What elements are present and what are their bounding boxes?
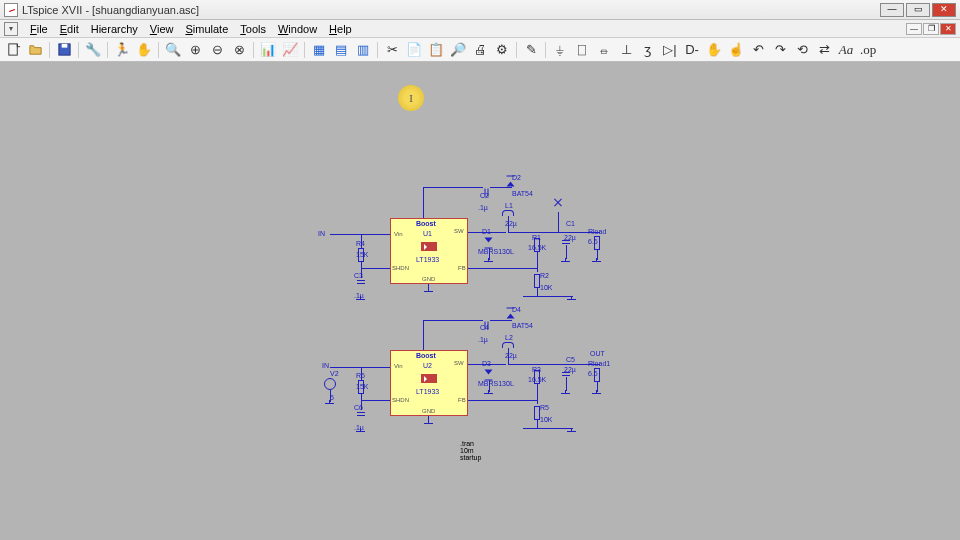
label-r3-value: 16.5K [528,376,546,383]
spice-directive-button[interactable]: .op [859,41,877,59]
draw-wire-button[interactable]: ✎ [522,41,540,59]
tile-windows-button[interactable]: ▦ [310,41,328,59]
pin-shdn: SHDN [392,397,409,403]
label-l2-value: 22µ [505,352,517,359]
redo-button[interactable]: ↷ [771,41,789,59]
ground-icon [567,296,577,304]
pan-button[interactable]: ⊕ [186,41,204,59]
menu-tools[interactable]: Tools [234,21,272,37]
copy-button[interactable]: 📄 [405,41,423,59]
component-button[interactable]: D- [683,41,701,59]
diode-d4[interactable] [507,314,515,319]
chip-u1-part: LT1933 [416,256,439,263]
net-label-in: IN [318,230,325,237]
cursor-highlight [398,85,424,111]
cut-button[interactable]: ✂ [383,41,401,59]
label-v2: V2 [330,370,339,377]
pin-gnd: GND [422,408,435,414]
label-l2: L2 [505,334,513,341]
ground-icon [592,390,602,398]
label-r2: R2 [540,272,549,279]
close-all-button[interactable]: ▥ [354,41,372,59]
text-button[interactable]: Aa [837,41,855,59]
diode-d3[interactable] [485,370,493,375]
paste-button[interactable]: 📋 [427,41,445,59]
label-c2-value: .1µ [478,204,488,211]
drag-button[interactable]: ☝ [727,41,745,59]
ground-icon [424,420,434,428]
menu-file[interactable]: File [24,21,54,37]
schematic-canvas[interactable]: IN R4 15K C3 .1µ Boost U1 LT1933 Vin SW … [0,62,960,540]
menu-help[interactable]: Help [323,21,358,37]
minimize-button[interactable]: — [880,3,904,17]
resistor-button[interactable]: ⏛ [595,41,613,59]
wire [490,320,512,321]
label-c4: C4 [480,324,489,331]
wire [423,187,483,188]
wire [428,416,429,421]
rotate-button[interactable]: ⟲ [793,41,811,59]
ground-icon [424,288,434,296]
label-net-button[interactable]: ⎕ [573,41,591,59]
diode-d2[interactable] [507,182,515,187]
menu-view[interactable]: View [144,21,180,37]
mdi-close-button[interactable]: ✕ [940,23,956,35]
label-c1: C1 [566,220,575,227]
run-button[interactable]: 🏃 [113,41,131,59]
diode-button[interactable]: ▷| [661,41,679,59]
svg-rect-2 [61,44,67,48]
control-panel-button[interactable]: 🔧 [84,41,102,59]
capacitor-button[interactable]: ⊥ [617,41,635,59]
menu-simulate[interactable]: Simulate [179,21,234,37]
undo-button[interactable]: ↶ [749,41,767,59]
save-button[interactable] [55,41,73,59]
capacitor-c3[interactable] [357,280,365,285]
wire [428,284,429,289]
menu-hierarchy[interactable]: Hierarchy [85,21,144,37]
ground-icon [592,258,602,266]
open-button[interactable] [26,41,44,59]
label-l1-value: 22µ [505,220,517,227]
chip-u2-part: LT1933 [416,388,439,395]
label-c1-value: 22µ [564,234,576,241]
zoom-fit-button[interactable]: ⊗ [230,41,248,59]
maximize-button[interactable]: ▭ [906,3,930,17]
print-button[interactable]: 🖨 [471,41,489,59]
capacitor-c6[interactable] [357,412,365,417]
new-schematic-button[interactable] [4,41,22,59]
spice-directive-text[interactable]: .tran 10m startup [460,440,481,461]
zoom-in-button[interactable]: 🔍 [164,41,182,59]
inductor-button[interactable]: ʒ [639,41,657,59]
mdi-restore-button[interactable]: ❐ [923,23,939,35]
wire [508,232,600,233]
label-d3: D3 [482,360,491,367]
label-rload-value: 6.6 [588,238,598,245]
label-r5: R5 [540,404,549,411]
label-rload1-value: 6.6 [588,370,598,377]
menu-edit[interactable]: Edit [54,21,85,37]
pick-visible-traces-button[interactable]: 📈 [281,41,299,59]
label-mbr-b: MBRS130L [478,380,514,387]
autorange-button[interactable]: 📊 [259,41,277,59]
close-button[interactable]: ✕ [932,3,956,17]
mirror-button[interactable]: ⇄ [815,41,833,59]
svg-rect-0 [8,44,16,55]
diode-d1[interactable] [485,238,493,243]
move-button[interactable]: ✋ [705,41,723,59]
wire [508,348,509,364]
find-button[interactable]: 🔎 [449,41,467,59]
mdi-minimize-button[interactable]: — [906,23,922,35]
wire [330,234,390,235]
ground-button[interactable]: ⏚ [551,41,569,59]
pin-vin: Vin [394,231,403,237]
zoom-out-button[interactable]: ⊖ [208,41,226,59]
print-setup-button[interactable]: ⚙ [493,41,511,59]
menu-window[interactable]: Window [272,21,323,37]
wire [423,187,424,218]
system-menu-icon[interactable]: ▾ [4,22,18,36]
voltage-source-v2[interactable] [324,378,336,390]
halt-button[interactable]: ✋ [135,41,153,59]
menu-bar: ▾ File Edit Hierarchy View Simulate Tool… [0,20,960,38]
pin-shdn: SHDN [392,265,409,271]
cascade-windows-button[interactable]: ▤ [332,41,350,59]
